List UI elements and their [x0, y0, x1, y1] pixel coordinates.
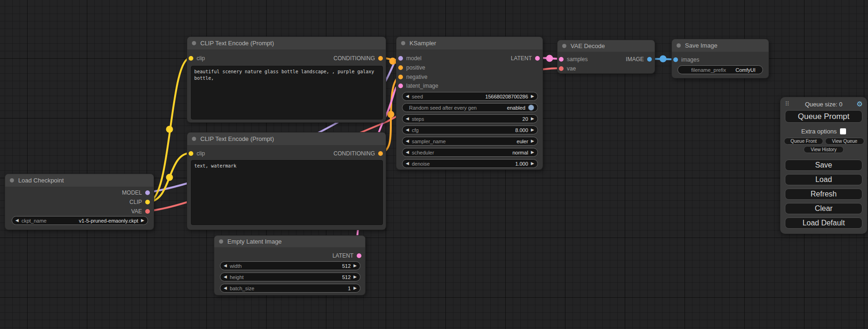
- widget-width[interactable]: ◀ width 512 ▶: [220, 261, 360, 270]
- collapse-dot-icon[interactable]: [192, 137, 196, 141]
- port-dot[interactable]: [378, 151, 383, 156]
- collapse-dot-icon[interactable]: [677, 43, 681, 48]
- node-titlebar[interactable]: CLIP Text Encode (Prompt): [187, 37, 386, 50]
- prompt-textarea[interactable]: beautiful scenery nature glass bottle la…: [191, 66, 383, 119]
- port-dot[interactable]: [559, 66, 564, 71]
- widget-filename-prefix[interactable]: filename_prefix ComfyUI: [677, 65, 763, 74]
- port-dot[interactable]: [673, 57, 678, 62]
- port-dot[interactable]: [357, 253, 361, 258]
- node-clip-text-encode-positive[interactable]: CLIP Text Encode (Prompt) clip CONDITION…: [187, 36, 386, 123]
- output-port-latent[interactable]: LATENT: [332, 251, 361, 260]
- node-titlebar[interactable]: Load Checkpoint: [5, 174, 154, 187]
- node-titlebar[interactable]: KSampler: [396, 37, 543, 50]
- decrement-arrow-icon[interactable]: ◀: [224, 275, 227, 279]
- node-save-image[interactable]: Save Image images filename_prefix ComfyU…: [671, 39, 769, 78]
- clear-button[interactable]: Clear: [785, 203, 862, 214]
- widget-sampler-name[interactable]: ◀ sampler_name euler ▶: [402, 137, 538, 146]
- port-dot[interactable]: [535, 56, 540, 61]
- queue-prompt-button[interactable]: Queue Prompt: [785, 110, 862, 123]
- node-titlebar[interactable]: Empty Latent Image: [214, 236, 365, 248]
- increment-arrow-icon[interactable]: ▶: [531, 94, 534, 98]
- widget-denoise[interactable]: ◀ denoise 1.000 ▶: [402, 159, 538, 168]
- save-button[interactable]: Save: [785, 160, 862, 171]
- port-dot[interactable]: [398, 75, 403, 79]
- widget-random-seed-toggle[interactable]: Random seed after every gen enabled: [402, 103, 538, 112]
- port-dot[interactable]: [398, 65, 403, 70]
- widget-ckpt-name[interactable]: ◀ ckpt_name v1-5-pruned-emaonly.ckpt ▶: [12, 216, 148, 225]
- port-dot[interactable]: [398, 56, 403, 61]
- increment-arrow-icon[interactable]: ▶: [531, 150, 534, 154]
- view-queue-button[interactable]: View Queue: [825, 138, 864, 145]
- input-port-model[interactable]: model: [398, 54, 422, 63]
- input-port-samples[interactable]: samples: [559, 55, 588, 64]
- input-port-vae[interactable]: vae: [559, 64, 576, 73]
- port-dot[interactable]: [378, 56, 383, 61]
- output-port-clip[interactable]: CLIP: [129, 197, 150, 207]
- increment-arrow-icon[interactable]: ▶: [531, 128, 534, 132]
- node-clip-text-encode-negative[interactable]: CLIP Text Encode (Prompt) clip CONDITION…: [187, 132, 386, 230]
- node-titlebar[interactable]: CLIP Text Encode (Prompt): [187, 133, 386, 146]
- node-empty-latent-image[interactable]: Empty Latent Image LATENT ◀ width 512 ▶ …: [214, 235, 366, 295]
- widget-cfg[interactable]: ◀ cfg 8.000 ▶: [402, 126, 538, 134]
- input-port-negative[interactable]: negative: [398, 72, 427, 82]
- decrement-arrow-icon[interactable]: ◀: [224, 264, 227, 268]
- increment-arrow-icon[interactable]: ▶: [141, 218, 144, 223]
- output-port-conditioning[interactable]: CONDITIONING: [333, 149, 383, 158]
- output-port-model[interactable]: MODEL: [122, 188, 150, 197]
- input-port-latent-image[interactable]: latent_image: [398, 81, 438, 91]
- decrement-arrow-icon[interactable]: ◀: [406, 150, 409, 154]
- widget-steps[interactable]: ◀ steps 20 ▶: [402, 114, 538, 123]
- increment-arrow-icon[interactable]: ▶: [531, 139, 534, 143]
- port-dot[interactable]: [398, 84, 403, 88]
- decrement-arrow-icon[interactable]: ◀: [406, 161, 409, 166]
- input-port-clip[interactable]: clip: [189, 54, 205, 63]
- decrement-arrow-icon[interactable]: ◀: [224, 286, 227, 290]
- collapse-dot-icon[interactable]: [10, 178, 14, 182]
- port-dot[interactable]: [647, 57, 652, 62]
- increment-arrow-icon[interactable]: ▶: [531, 161, 534, 166]
- node-ksampler[interactable]: KSampler model positive negative latent_…: [396, 36, 543, 170]
- settings-gear-icon[interactable]: ⚙: [857, 100, 863, 108]
- widget-batch-size[interactable]: ◀ batch_size 1 ▶: [220, 284, 360, 293]
- extra-options-checkbox[interactable]: [840, 128, 846, 134]
- increment-arrow-icon[interactable]: ▶: [353, 286, 357, 290]
- load-button[interactable]: Load: [785, 174, 862, 185]
- output-port-latent[interactable]: LATENT: [511, 54, 540, 63]
- port-dot[interactable]: [189, 151, 193, 156]
- collapse-dot-icon[interactable]: [401, 41, 405, 45]
- port-dot[interactable]: [559, 57, 564, 62]
- node-titlebar[interactable]: VAE Decode: [557, 40, 655, 52]
- decrement-arrow-icon[interactable]: ◀: [15, 218, 19, 223]
- decrement-arrow-icon[interactable]: ◀: [406, 94, 409, 98]
- widget-height[interactable]: ◀ height 512 ▶: [220, 273, 360, 281]
- port-dot[interactable]: [145, 190, 150, 195]
- increment-arrow-icon[interactable]: ▶: [353, 275, 357, 279]
- collapse-dot-icon[interactable]: [219, 239, 223, 244]
- toggle-on-icon[interactable]: [528, 105, 534, 111]
- decrement-arrow-icon[interactable]: ◀: [406, 139, 409, 143]
- widget-scheduler[interactable]: ◀ scheduler normal ▶: [402, 148, 538, 157]
- input-port-clip[interactable]: clip: [189, 149, 205, 158]
- input-port-positive[interactable]: positive: [398, 63, 425, 72]
- view-history-button[interactable]: View History: [804, 146, 844, 153]
- load-default-button[interactable]: Load Default: [785, 217, 862, 229]
- port-dot[interactable]: [189, 56, 193, 61]
- collapse-dot-icon[interactable]: [562, 44, 566, 48]
- decrement-arrow-icon[interactable]: ◀: [406, 117, 409, 121]
- output-port-image[interactable]: IMAGE: [626, 55, 652, 64]
- node-titlebar[interactable]: Save Image: [672, 39, 769, 52]
- port-dot[interactable]: [145, 200, 150, 204]
- output-port-vae[interactable]: VAE: [131, 207, 150, 216]
- increment-arrow-icon[interactable]: ▶: [531, 117, 534, 121]
- input-port-images[interactable]: images: [673, 55, 699, 64]
- decrement-arrow-icon[interactable]: ◀: [406, 128, 409, 132]
- comfyui-canvas[interactable]: { "colors": { "model": "#b7a3e6", "clip"…: [0, 0, 868, 329]
- node-load-checkpoint[interactable]: Load Checkpoint MODEL CLIP VAE ◀ ckpt_na…: [5, 174, 154, 230]
- increment-arrow-icon[interactable]: ▶: [353, 264, 357, 268]
- output-port-conditioning[interactable]: CONDITIONING: [333, 54, 383, 63]
- widget-seed[interactable]: ◀ seed 156680208700286 ▶: [402, 92, 538, 101]
- prompt-textarea[interactable]: text, watermark: [191, 160, 383, 225]
- port-dot[interactable]: [145, 209, 150, 214]
- collapse-dot-icon[interactable]: [192, 41, 196, 45]
- node-vae-decode[interactable]: VAE Decode samples vae IMAGE: [557, 40, 655, 74]
